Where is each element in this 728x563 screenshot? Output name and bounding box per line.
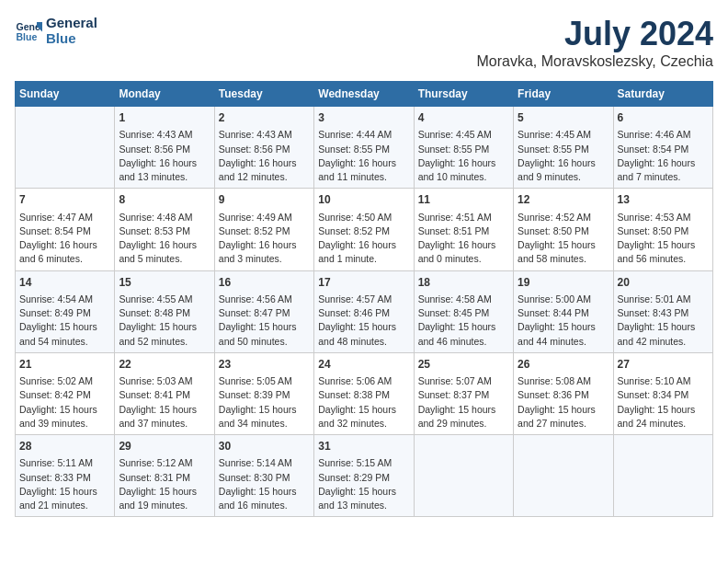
calendar-cell: 19Sunrise: 5:00 AMSunset: 8:44 PMDayligh… xyxy=(514,270,613,352)
cell-text: and 13 minutes. xyxy=(318,499,409,512)
cell-text: and 42 minutes. xyxy=(618,335,709,349)
day-number: 21 xyxy=(19,357,110,373)
calendar-cell: 23Sunrise: 5:05 AMSunset: 8:39 PMDayligh… xyxy=(214,352,313,434)
calendar-week-3: 14Sunrise: 4:54 AMSunset: 8:49 PMDayligh… xyxy=(16,270,713,352)
cell-text: Sunset: 8:33 PM xyxy=(19,471,110,485)
calendar-cell: 13Sunrise: 4:53 AMSunset: 8:50 PMDayligh… xyxy=(613,189,712,270)
calendar-cell xyxy=(414,435,513,517)
cell-text: and 11 minutes. xyxy=(318,170,409,184)
cell-text: Daylight: 15 hours xyxy=(418,403,509,417)
calendar-cell: 31Sunrise: 5:15 AMSunset: 8:29 PMDayligh… xyxy=(314,435,414,517)
cell-text: Sunrise: 5:01 AM xyxy=(618,293,709,306)
cell-text: and 21 minutes. xyxy=(19,499,110,512)
day-number: 10 xyxy=(318,192,409,208)
cell-text: Sunrise: 4:49 AM xyxy=(219,211,310,224)
cell-text: and 48 minutes. xyxy=(318,335,409,349)
day-number: 28 xyxy=(19,439,110,454)
cell-text: Sunrise: 4:51 AM xyxy=(418,211,509,224)
cell-text: Sunset: 8:55 PM xyxy=(418,143,509,156)
cell-text: and 7 minutes. xyxy=(618,170,709,184)
header-cell-thursday: Thursday xyxy=(414,82,513,107)
header-cell-saturday: Saturday xyxy=(613,82,712,107)
cell-text: Daylight: 15 hours xyxy=(19,485,110,499)
title-block: July 2024 Moravka, Moravskoslezsky, Czec… xyxy=(476,15,713,70)
cell-text: Sunset: 8:29 PM xyxy=(318,471,409,485)
calendar-cell: 17Sunrise: 4:57 AMSunset: 8:46 PMDayligh… xyxy=(314,270,414,352)
cell-text: Daylight: 15 hours xyxy=(318,485,409,499)
calendar-cell: 21Sunrise: 5:02 AMSunset: 8:42 PMDayligh… xyxy=(16,352,115,434)
cell-text: Daylight: 15 hours xyxy=(518,320,609,334)
calendar-cell xyxy=(514,435,613,517)
cell-text: Daylight: 15 hours xyxy=(618,320,709,334)
cell-text: Sunset: 8:53 PM xyxy=(119,224,210,238)
calendar-cell: 3Sunrise: 4:44 AMSunset: 8:55 PMDaylight… xyxy=(314,107,414,189)
cell-text: Sunset: 8:56 PM xyxy=(219,143,310,156)
cell-text: Daylight: 15 hours xyxy=(19,320,110,334)
cell-text: Sunrise: 5:12 AM xyxy=(119,456,210,470)
cell-text: Daylight: 15 hours xyxy=(219,403,310,417)
calendar-cell: 15Sunrise: 4:55 AMSunset: 8:48 PMDayligh… xyxy=(115,270,214,352)
cell-text: Daylight: 16 hours xyxy=(318,238,409,252)
calendar-cell: 16Sunrise: 4:56 AMSunset: 8:47 PMDayligh… xyxy=(214,270,313,352)
calendar-cell: 26Sunrise: 5:08 AMSunset: 8:36 PMDayligh… xyxy=(514,352,613,434)
cell-text: and 52 minutes. xyxy=(119,335,210,349)
cell-text: Sunset: 8:43 PM xyxy=(618,306,709,320)
cell-text: and 46 minutes. xyxy=(418,335,509,349)
cell-text: Sunrise: 5:11 AM xyxy=(19,456,110,470)
day-number: 4 xyxy=(418,110,509,126)
cell-text: Sunrise: 5:06 AM xyxy=(318,374,409,388)
logo: General Blue General Blue xyxy=(15,15,97,46)
cell-text: Sunset: 8:38 PM xyxy=(318,388,409,402)
month-title: July 2024 xyxy=(476,15,713,53)
cell-text: Sunrise: 4:58 AM xyxy=(418,293,509,306)
cell-text: Sunrise: 4:53 AM xyxy=(618,211,709,224)
cell-text: Sunrise: 5:14 AM xyxy=(219,456,310,470)
logo-line2: Blue xyxy=(46,30,97,46)
day-number: 3 xyxy=(318,110,409,126)
cell-text: Sunset: 8:31 PM xyxy=(119,471,210,485)
day-number: 16 xyxy=(219,275,310,291)
cell-text: and 19 minutes. xyxy=(119,499,210,512)
cell-text: Sunset: 8:30 PM xyxy=(219,471,310,485)
calendar-cell: 11Sunrise: 4:51 AMSunset: 8:51 PMDayligh… xyxy=(414,189,513,270)
day-number: 14 xyxy=(19,275,110,291)
calendar-cell: 20Sunrise: 5:01 AMSunset: 8:43 PMDayligh… xyxy=(613,270,712,352)
calendar-cell: 4Sunrise: 4:45 AMSunset: 8:55 PMDaylight… xyxy=(414,107,513,189)
cell-text: and 24 minutes. xyxy=(618,417,709,431)
cell-text: Sunrise: 5:15 AM xyxy=(318,456,409,470)
cell-text: and 12 minutes. xyxy=(219,170,310,184)
cell-text: Daylight: 15 hours xyxy=(119,320,210,334)
cell-text: Sunrise: 4:57 AM xyxy=(318,293,409,306)
cell-text: Daylight: 15 hours xyxy=(518,403,609,417)
cell-text: Sunrise: 4:43 AM xyxy=(219,128,310,142)
cell-text: Daylight: 16 hours xyxy=(119,156,210,170)
calendar-cell: 6Sunrise: 4:46 AMSunset: 8:54 PMDaylight… xyxy=(613,107,712,189)
cell-text: and 16 minutes. xyxy=(219,499,310,512)
cell-text: Sunset: 8:45 PM xyxy=(418,306,509,320)
cell-text: Sunset: 8:54 PM xyxy=(618,143,709,156)
cell-text: Sunset: 8:55 PM xyxy=(518,143,609,156)
header-cell-tuesday: Tuesday xyxy=(214,82,313,107)
cell-text: Sunset: 8:37 PM xyxy=(418,388,509,402)
day-number: 31 xyxy=(318,439,409,454)
calendar-week-2: 7Sunrise: 4:47 AMSunset: 8:54 PMDaylight… xyxy=(16,189,713,270)
cell-text: and 56 minutes. xyxy=(618,252,709,266)
cell-text: Sunrise: 4:56 AM xyxy=(219,293,310,306)
cell-text: Sunrise: 4:54 AM xyxy=(19,293,110,306)
cell-text: Sunset: 8:54 PM xyxy=(19,224,110,238)
cell-text: Daylight: 15 hours xyxy=(219,485,310,499)
cell-text: Sunset: 8:56 PM xyxy=(119,143,210,156)
cell-text: Sunset: 8:50 PM xyxy=(518,224,609,238)
day-number: 6 xyxy=(618,110,709,126)
cell-text: Sunrise: 5:03 AM xyxy=(119,374,210,388)
cell-text: and 50 minutes. xyxy=(219,335,310,349)
calendar-cell: 9Sunrise: 4:49 AMSunset: 8:52 PMDaylight… xyxy=(214,189,313,270)
cell-text: and 29 minutes. xyxy=(418,417,509,431)
cell-text: Sunset: 8:48 PM xyxy=(119,306,210,320)
cell-text: and 0 minutes. xyxy=(418,252,509,266)
day-number: 9 xyxy=(219,192,310,208)
calendar-cell: 10Sunrise: 4:50 AMSunset: 8:52 PMDayligh… xyxy=(314,189,414,270)
cell-text: Sunrise: 4:43 AM xyxy=(119,128,210,142)
cell-text: and 5 minutes. xyxy=(119,252,210,266)
calendar-week-4: 21Sunrise: 5:02 AMSunset: 8:42 PMDayligh… xyxy=(16,352,713,434)
